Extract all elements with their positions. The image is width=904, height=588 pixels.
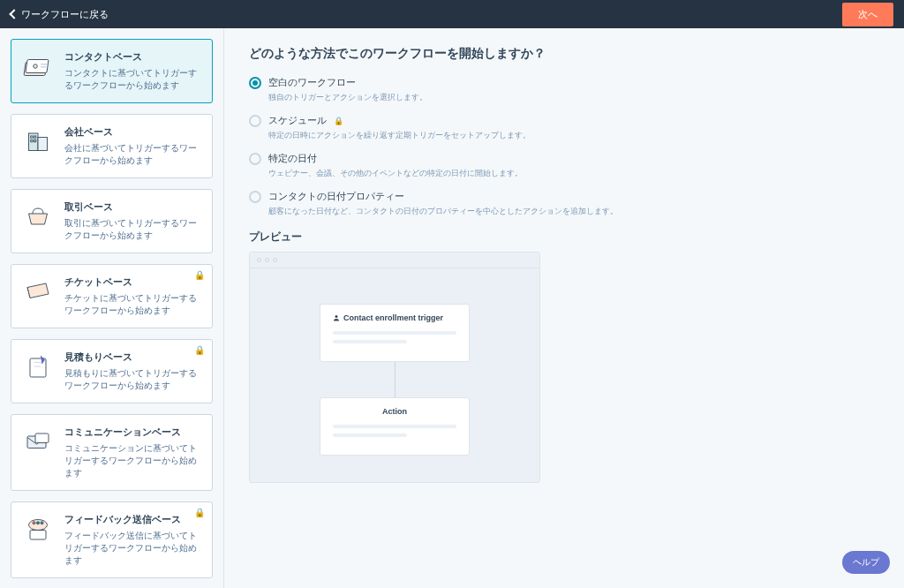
sidebar-item-deal[interactable]: 取引ベース 取引に基づいてトリガーするワークフローから始めます xyxy=(11,189,213,253)
svg-point-15 xyxy=(33,522,35,524)
radio-input[interactable] xyxy=(249,153,261,165)
content-panel: どのような方法でこのワークフローを開始しますか？ 空白のワークフロー 独自のトリ… xyxy=(224,28,904,588)
card-title: 会社ベース xyxy=(64,125,201,139)
sidebar-item-contact[interactable]: コンタクトベース コンタクトに基づいてトリガーするワークフローから始めます xyxy=(11,39,213,103)
skeleton-line xyxy=(333,331,456,335)
lock-icon: 🔒 xyxy=(194,508,205,517)
option-desc: 特定の日時にアクションを繰り返す定期トリガーをセットアップします。 xyxy=(268,130,879,141)
svg-rect-4 xyxy=(41,66,46,68)
back-label: ワークフローに戻る xyxy=(21,8,109,21)
svg-point-14 xyxy=(29,520,48,531)
sidebar-item-quote[interactable]: 🔒 見積もりベース 見積もりに基づいてトリガーするワークフローから始めます xyxy=(11,339,213,403)
skeleton-line xyxy=(333,425,456,428)
flow-connector xyxy=(395,362,396,397)
option-desc: 顧客になった日付など、コンタクトの日付のプロパティーを中心としたアクションを追加… xyxy=(268,206,879,217)
skeleton-line xyxy=(333,340,407,343)
svg-rect-3 xyxy=(41,64,48,65)
svg-point-17 xyxy=(41,522,43,524)
radio-input[interactable] xyxy=(249,191,261,203)
svg-rect-9 xyxy=(31,140,33,142)
svg-rect-6 xyxy=(38,138,48,151)
feedback-icon xyxy=(22,513,54,545)
company-icon xyxy=(22,125,54,157)
radio-input[interactable] xyxy=(249,115,261,127)
svg-rect-5 xyxy=(29,133,39,151)
option-label: 空白のワークフロー xyxy=(268,76,356,89)
communication-icon xyxy=(22,426,54,457)
lock-icon: 🔒 xyxy=(194,345,205,355)
option-label: スケジュール xyxy=(268,114,327,127)
sidebar-item-communication[interactable]: コミュニケーションベース コミュニケーションに基づいてトリガーするワークフローか… xyxy=(11,414,213,491)
svg-point-16 xyxy=(37,522,40,524)
card-desc: チケットに基づいてトリガーするワークフローから始めます xyxy=(64,292,201,317)
back-link[interactable]: ワークフローに戻る xyxy=(11,8,109,21)
next-button[interactable]: 次へ xyxy=(842,3,893,26)
option-specific-date[interactable]: 特定の日付 ウェビナー、会議、その他のイベントなどの特定の日付に開始します。 xyxy=(249,152,879,179)
option-contact-date-property[interactable]: コンタクトの日付プロパティー 顧客になった日付など、コンタクトの日付のプロパティ… xyxy=(249,190,879,217)
svg-rect-13 xyxy=(35,433,49,443)
option-blank[interactable]: 空白のワークフロー 独自のトリガーとアクションを選択します。 xyxy=(249,76,879,103)
svg-rect-18 xyxy=(30,531,46,540)
option-label: 特定の日付 xyxy=(268,152,317,165)
card-desc: 会社に基づいてトリガーするワークフローから始めます xyxy=(64,142,201,167)
card-title: フィードバック送信ベース xyxy=(64,513,201,526)
window-dots-icon xyxy=(257,258,532,262)
contact-icon xyxy=(22,50,54,82)
sidebar-item-ticket[interactable]: 🔒 チケットベース チケットに基づいてトリガーするワークフローから始めます xyxy=(11,264,213,328)
svg-point-19 xyxy=(335,315,338,318)
quote-icon xyxy=(22,351,54,382)
lock-icon: 🔒 xyxy=(334,117,343,125)
sidebar-item-company[interactable]: 会社ベース 会社に基づいてトリガーするワークフローから始めます xyxy=(11,114,213,178)
lock-icon: 🔒 xyxy=(194,270,205,280)
card-title: コンタクトベース xyxy=(64,50,201,64)
person-icon xyxy=(333,314,340,321)
option-desc: ウェビナー、会議、その他のイベントなどの特定の日付に開始します。 xyxy=(268,168,879,179)
card-desc: フィードバック送信に基づいてトリガーするワークフローから始めます xyxy=(64,530,201,567)
skeleton-line xyxy=(333,433,407,437)
option-desc: 独自のトリガーとアクションを選択します。 xyxy=(268,92,879,103)
trigger-label: Contact enrollment trigger xyxy=(343,313,443,322)
preview-frame-bar xyxy=(250,253,539,268)
option-label: コンタクトの日付プロパティー xyxy=(268,190,404,203)
flow-trigger-card: Contact enrollment trigger xyxy=(320,304,470,362)
preview-title: プレビュー xyxy=(249,230,879,245)
card-title: チケットベース xyxy=(64,275,201,289)
main-layout: コンタクトベース コンタクトに基づいてトリガーするワークフローから始めます 会社… xyxy=(0,28,904,588)
app-header: ワークフローに戻る 次へ xyxy=(0,0,904,28)
sidebar: コンタクトベース コンタクトに基づいてトリガーするワークフローから始めます 会社… xyxy=(0,28,224,588)
card-desc: コンタクトに基づいてトリガーするワークフローから始めます xyxy=(64,67,201,92)
sidebar-item-feedback[interactable]: 🔒 フィードバック送信ベース フィードバック送信に基づいてトリガーするワークフロ… xyxy=(11,501,213,578)
card-desc: コミュニケーションに基づいてトリガーするワークフローから始めます xyxy=(64,442,201,479)
help-button[interactable]: ヘルプ xyxy=(842,551,890,574)
option-schedule[interactable]: スケジュール 🔒 特定の日時にアクションを繰り返す定期トリガーをセットアップしま… xyxy=(249,114,879,141)
card-desc: 見積もりに基づいてトリガーするワークフローから始めます xyxy=(64,367,201,392)
preview-box: Contact enrollment trigger Action xyxy=(249,252,540,483)
action-label: Action xyxy=(382,407,407,416)
ticket-icon xyxy=(22,275,54,307)
svg-rect-10 xyxy=(34,140,36,142)
card-desc: 取引に基づいてトリガーするワークフローから始めます xyxy=(64,217,201,242)
radio-input[interactable] xyxy=(249,77,261,89)
section-title: どのような方法でこのワークフローを開始しますか？ xyxy=(249,46,879,62)
svg-rect-8 xyxy=(34,136,36,138)
chevron-left-icon xyxy=(9,9,19,19)
card-title: 見積もりベース xyxy=(64,351,201,364)
preview-flow: Contact enrollment trigger Action xyxy=(250,268,539,456)
svg-point-2 xyxy=(34,64,38,69)
card-title: コミュニケーションベース xyxy=(64,426,201,439)
card-title: 取引ベース xyxy=(64,200,201,214)
deal-icon xyxy=(22,200,54,232)
svg-rect-7 xyxy=(31,136,33,138)
flow-action-card: Action xyxy=(320,397,470,456)
